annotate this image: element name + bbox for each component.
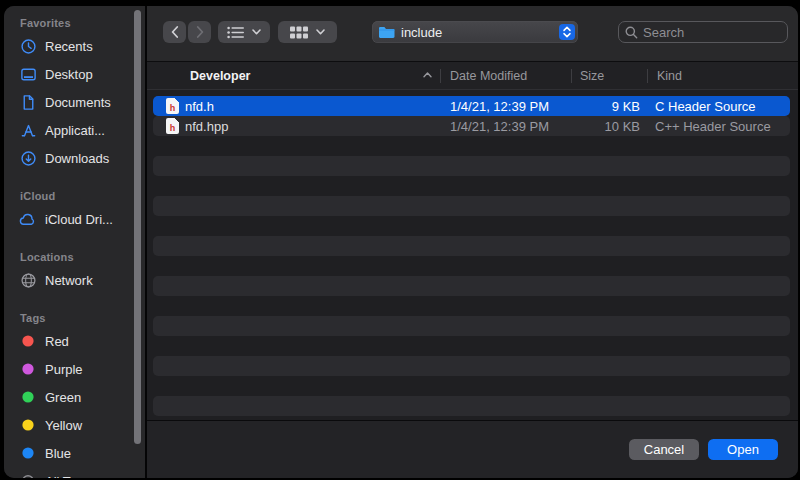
empty-list-row: [153, 296, 790, 316]
cancel-button[interactable]: Cancel: [629, 439, 699, 460]
tag-dot-icon: [18, 444, 38, 462]
sidebar-item-label: Purple: [45, 362, 83, 377]
sidebar-item-blue[interactable]: Blue: [4, 439, 145, 467]
sidebar-item-red[interactable]: Red: [4, 327, 145, 355]
sidebar-section-locations: LocationsNetwork: [4, 248, 145, 294]
sort-ascending-icon: [423, 72, 432, 78]
open-dialog-window: FavoritesRecentsDesktopDocumentsApplicat…: [4, 6, 798, 478]
chevron-left-icon: [171, 26, 179, 38]
empty-list-row: [153, 396, 790, 416]
sidebar-item-label: Recents: [45, 39, 93, 54]
forward-button[interactable]: [188, 21, 211, 43]
sidebar-section-title: Locations: [4, 248, 145, 266]
sidebar-scrollbar[interactable]: [134, 10, 141, 444]
tag-dot-icon: [18, 360, 38, 378]
main-panel: include Developer Date Modified Size: [147, 6, 798, 478]
tag-dot-icon: [18, 416, 38, 434]
empty-list-row: [153, 336, 790, 356]
file-size: 10 KB: [571, 119, 647, 134]
sidebar-section-favorites: FavoritesRecentsDesktopDocumentsApplicat…: [4, 14, 145, 172]
sidebar-item-label: Applicati...: [45, 123, 105, 138]
sidebar-item-label: iCloud Dri...: [45, 212, 113, 227]
column-header-name[interactable]: Developer: [147, 62, 440, 89]
toolbar: include: [147, 6, 798, 62]
sidebar-section-icloud: iCloudiCloud Dri...: [4, 187, 145, 233]
empty-list-row: [153, 136, 790, 156]
icon-view-icon: [290, 26, 308, 39]
sidebar-item-green[interactable]: Green: [4, 383, 145, 411]
list-view-icon: [227, 26, 244, 39]
search-input[interactable]: [643, 25, 781, 40]
popup-stepper-icon[interactable]: [559, 24, 575, 40]
empty-list-row: [153, 156, 790, 176]
empty-list-row: [153, 196, 790, 216]
sidebar-item-icloud-dri[interactable]: iCloud Dri...: [4, 205, 145, 233]
current-folder-label: include: [401, 25, 442, 40]
empty-list-row: [153, 276, 790, 296]
chevron-down-icon: [316, 29, 325, 35]
header-file-icon: h: [166, 118, 179, 134]
sidebar-sections: FavoritesRecentsDesktopDocumentsApplicat…: [4, 14, 145, 478]
sidebar-item-label: Downloads: [45, 151, 109, 166]
empty-list-row: [153, 256, 790, 276]
sidebar-section-title: Tags: [4, 309, 145, 327]
sidebar-item-label: Documents: [45, 95, 111, 110]
file-date-modified: 1/4/21, 12:39 PM: [440, 119, 571, 134]
sidebar-item-label: Green: [45, 390, 81, 405]
sidebar-item-recents[interactable]: Recents: [4, 32, 145, 60]
sidebar-item-desktop[interactable]: Desktop: [4, 60, 145, 88]
sidebar-item-label: All Tags: [45, 474, 90, 479]
all-tags-icon: [18, 472, 38, 478]
sidebar-item-label: Blue: [45, 446, 71, 461]
sidebar-item-purple[interactable]: Purple: [4, 355, 145, 383]
file-name: nfd.h: [185, 99, 214, 114]
sidebar-item-label: Yellow: [45, 418, 82, 433]
column-header-date-modified[interactable]: Date Modified: [440, 62, 571, 89]
search-field[interactable]: [618, 21, 788, 43]
file-date-modified: 1/4/21, 12:39 PM: [440, 99, 571, 114]
sidebar-item-downloads[interactable]: Downloads: [4, 144, 145, 172]
list-view-button[interactable]: [218, 21, 270, 43]
file-size: 9 KB: [571, 99, 647, 114]
sidebar-item-label: Desktop: [45, 67, 93, 82]
download-icon: [18, 149, 38, 167]
tag-dot-icon: [18, 332, 38, 350]
chevron-down-icon: [252, 29, 261, 35]
column-header-kind[interactable]: Kind: [647, 62, 798, 89]
file-name: nfd.hpp: [185, 119, 228, 134]
sidebar-section-title: Favorites: [4, 14, 145, 32]
folder-icon: [378, 26, 395, 39]
chevron-right-icon: [196, 26, 204, 38]
icon-view-button[interactable]: [278, 21, 337, 43]
dialog-footer: Cancel Open: [147, 420, 798, 478]
file-row-selected[interactable]: h nfd.h 1/4/21, 12:39 PM 9 KB C Header S…: [153, 96, 790, 116]
document-icon: [18, 93, 38, 111]
sidebar-item-all-tags[interactable]: All Tags: [4, 467, 145, 478]
clock-icon: [18, 37, 38, 55]
tag-dot-icon: [18, 388, 38, 406]
sidebar-item-documents[interactable]: Documents: [4, 88, 145, 116]
sidebar-item-applicati[interactable]: Applicati...: [4, 116, 145, 144]
folder-location-popup[interactable]: include: [372, 21, 578, 43]
column-header-size[interactable]: Size: [571, 62, 647, 89]
search-icon: [625, 26, 638, 39]
empty-list-row: [153, 356, 790, 376]
sidebar-item-network[interactable]: Network: [4, 266, 145, 294]
sidebar-section-tags: TagsRedPurpleGreenYellowBlueAll Tags: [4, 309, 145, 478]
file-list: h nfd.h 1/4/21, 12:39 PM 9 KB C Header S…: [147, 90, 798, 420]
sidebar-item-label: Network: [45, 273, 93, 288]
header-file-icon: h: [166, 98, 179, 114]
column-headers: Developer Date Modified Size Kind: [147, 62, 798, 90]
globe-icon: [18, 271, 38, 289]
file-kind: C++ Header Source: [647, 119, 790, 134]
file-row[interactable]: h nfd.hpp 1/4/21, 12:39 PM 10 KB C++ Hea…: [153, 116, 790, 136]
empty-list-row: [153, 176, 790, 196]
sidebar-item-yellow[interactable]: Yellow: [4, 411, 145, 439]
empty-list-row: [153, 316, 790, 336]
empty-list-row: [153, 376, 790, 396]
appstore-icon: [18, 121, 38, 139]
sidebar: FavoritesRecentsDesktopDocumentsApplicat…: [4, 6, 147, 478]
open-button[interactable]: Open: [708, 439, 778, 460]
cloud-icon: [18, 210, 38, 228]
back-button[interactable]: [163, 21, 186, 43]
